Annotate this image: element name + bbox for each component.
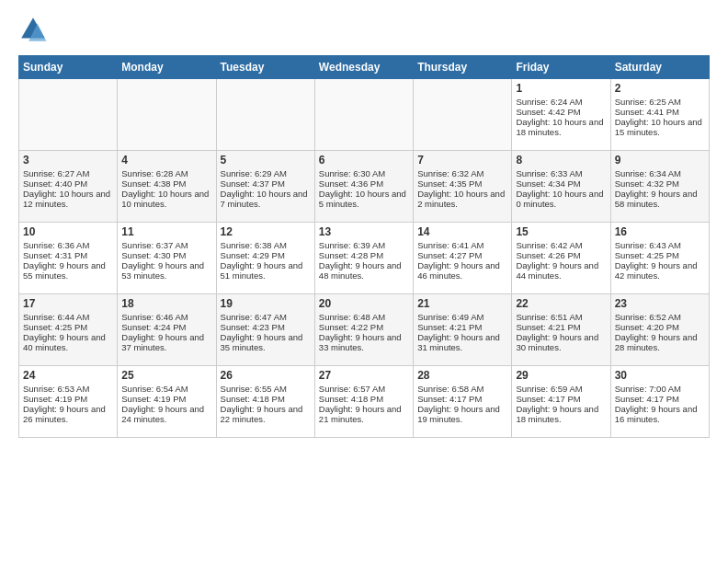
cell-text: Sunrise: 6:38 AM: [221, 240, 311, 250]
day-number: 22: [516, 297, 606, 310]
day-number: 28: [417, 369, 507, 382]
cell-1-1: 4Sunrise: 6:28 AMSunset: 4:38 PMDaylight…: [118, 151, 216, 223]
day-number: 2: [615, 82, 705, 95]
cell-4-5: 29Sunrise: 6:59 AMSunset: 4:17 PMDayligh…: [512, 366, 610, 438]
cell-3-2: 19Sunrise: 6:47 AMSunset: 4:23 PMDayligh…: [216, 294, 314, 366]
cell-text: Sunset: 4:30 PM: [121, 250, 211, 260]
cell-text: Sunset: 4:29 PM: [221, 250, 311, 260]
cell-3-3: 20Sunrise: 6:48 AMSunset: 4:22 PMDayligh…: [314, 294, 413, 366]
cell-text: Daylight: 10 hours and 7 minutes.: [221, 189, 311, 209]
cell-text: Sunset: 4:25 PM: [615, 250, 705, 260]
cell-text: Sunrise: 6:34 AM: [615, 168, 705, 178]
day-number: 9: [615, 154, 705, 167]
day-number: 24: [23, 369, 113, 382]
cell-text: Sunset: 4:23 PM: [221, 322, 311, 332]
cell-text: Daylight: 9 hours and 53 minutes.: [121, 260, 211, 281]
day-number: 20: [319, 297, 409, 310]
cell-4-0: 24Sunrise: 6:53 AMSunset: 4:19 PMDayligh…: [19, 366, 118, 438]
calendar-table: SundayMondayTuesdayWednesdayThursdayFrid…: [18, 55, 710, 438]
cell-text: Sunrise: 6:37 AM: [121, 240, 211, 250]
day-number: 25: [121, 369, 211, 382]
cell-text: Sunrise: 6:43 AM: [615, 240, 705, 250]
col-header-tuesday: Tuesday: [216, 56, 314, 79]
cell-text: Daylight: 9 hours and 33 minutes.: [319, 332, 409, 352]
cell-2-6: 16Sunrise: 6:43 AMSunset: 4:25 PMDayligh…: [610, 223, 709, 294]
day-number: 18: [121, 297, 211, 310]
cell-text: Sunrise: 6:49 AM: [417, 312, 507, 322]
day-number: 29: [516, 369, 606, 382]
cell-text: Sunrise: 6:54 AM: [121, 384, 211, 394]
cell-2-4: 14Sunrise: 6:41 AMSunset: 4:27 PMDayligh…: [414, 223, 512, 294]
logo: [18, 15, 51, 44]
cell-3-6: 23Sunrise: 6:52 AMSunset: 4:20 PMDayligh…: [610, 294, 709, 366]
cell-text: Daylight: 10 hours and 0 minutes.: [516, 189, 606, 209]
week-row-2: 10Sunrise: 6:36 AMSunset: 4:31 PMDayligh…: [19, 223, 710, 294]
cell-text: Daylight: 9 hours and 58 minutes.: [615, 189, 705, 209]
cell-text: Daylight: 9 hours and 16 minutes.: [615, 404, 705, 424]
cell-text: Sunrise: 6:48 AM: [319, 312, 409, 322]
cell-text: Sunset: 4:20 PM: [615, 322, 705, 332]
header: [18, 15, 710, 44]
cell-text: Sunrise: 6:28 AM: [121, 168, 211, 178]
col-header-thursday: Thursday: [414, 56, 512, 79]
cell-text: Sunrise: 6:44 AM: [23, 312, 113, 322]
col-header-wednesday: Wednesday: [314, 56, 413, 79]
cell-text: Daylight: 10 hours and 15 minutes.: [615, 117, 705, 137]
cell-4-3: 27Sunrise: 6:57 AMSunset: 4:18 PMDayligh…: [314, 366, 413, 438]
cell-text: Sunset: 4:21 PM: [417, 322, 507, 332]
day-number: 5: [221, 154, 311, 167]
cell-3-0: 17Sunrise: 6:44 AMSunset: 4:25 PMDayligh…: [19, 294, 118, 366]
col-header-friday: Friday: [512, 56, 610, 79]
cell-text: Sunset: 4:37 PM: [221, 178, 311, 189]
cell-0-1: [118, 79, 216, 151]
cell-2-3: 13Sunrise: 6:39 AMSunset: 4:28 PMDayligh…: [314, 223, 413, 294]
col-header-monday: Monday: [118, 56, 216, 79]
cell-text: Daylight: 9 hours and 18 minutes.: [516, 404, 606, 424]
cell-text: Sunset: 4:18 PM: [221, 394, 311, 404]
cell-text: Daylight: 9 hours and 28 minutes.: [615, 332, 705, 352]
cell-text: Sunset: 4:26 PM: [516, 250, 606, 260]
cell-1-4: 7Sunrise: 6:32 AMSunset: 4:35 PMDaylight…: [414, 151, 512, 223]
cell-text: Daylight: 9 hours and 48 minutes.: [319, 260, 409, 281]
cell-1-5: 8Sunrise: 6:33 AMSunset: 4:34 PMDaylight…: [512, 151, 610, 223]
cell-text: Sunrise: 6:39 AM: [319, 240, 409, 250]
cell-text: Sunset: 4:36 PM: [319, 178, 409, 189]
cell-text: Sunrise: 6:57 AM: [319, 384, 409, 394]
day-number: 8: [516, 154, 606, 167]
cell-text: Sunrise: 6:47 AM: [221, 312, 311, 322]
cell-3-1: 18Sunrise: 6:46 AMSunset: 4:24 PMDayligh…: [118, 294, 216, 366]
cell-text: Daylight: 9 hours and 51 minutes.: [221, 260, 311, 281]
cell-text: Daylight: 9 hours and 37 minutes.: [121, 332, 211, 352]
cell-text: Daylight: 9 hours and 31 minutes.: [417, 332, 507, 352]
day-number: 1: [516, 82, 606, 95]
day-number: 15: [516, 225, 606, 238]
cell-text: Sunset: 4:22 PM: [319, 322, 409, 332]
cell-text: Daylight: 10 hours and 18 minutes.: [516, 117, 606, 137]
cell-2-5: 15Sunrise: 6:42 AMSunset: 4:26 PMDayligh…: [512, 223, 610, 294]
cell-text: Sunset: 4:28 PM: [319, 250, 409, 260]
cell-text: Sunrise: 6:58 AM: [417, 384, 507, 394]
header-row: SundayMondayTuesdayWednesdayThursdayFrid…: [19, 56, 710, 79]
col-header-sunday: Sunday: [19, 56, 118, 79]
cell-4-4: 28Sunrise: 6:58 AMSunset: 4:17 PMDayligh…: [414, 366, 512, 438]
day-number: 4: [121, 154, 211, 167]
cell-text: Daylight: 9 hours and 26 minutes.: [23, 404, 113, 424]
cell-text: Sunrise: 6:41 AM: [417, 240, 507, 250]
cell-text: Sunrise: 6:24 AM: [516, 97, 606, 107]
cell-0-3: [314, 79, 413, 151]
cell-text: Sunset: 4:21 PM: [516, 322, 606, 332]
cell-text: Sunset: 4:25 PM: [23, 322, 113, 332]
cell-text: Daylight: 9 hours and 42 minutes.: [615, 260, 705, 281]
logo-icon: [18, 15, 48, 44]
cell-text: Sunrise: 6:29 AM: [221, 168, 311, 178]
cell-text: Sunrise: 6:32 AM: [417, 168, 507, 178]
cell-text: Sunrise: 6:33 AM: [516, 168, 606, 178]
cell-text: Daylight: 9 hours and 22 minutes.: [221, 404, 311, 424]
cell-2-1: 11Sunrise: 6:37 AMSunset: 4:30 PMDayligh…: [118, 223, 216, 294]
day-number: 7: [417, 154, 507, 167]
cell-text: Sunset: 4:40 PM: [23, 178, 113, 189]
day-number: 23: [615, 297, 705, 310]
col-header-saturday: Saturday: [610, 56, 709, 79]
cell-text: Sunrise: 6:51 AM: [516, 312, 606, 322]
cell-0-6: 2Sunrise: 6:25 AMSunset: 4:41 PMDaylight…: [610, 79, 709, 151]
